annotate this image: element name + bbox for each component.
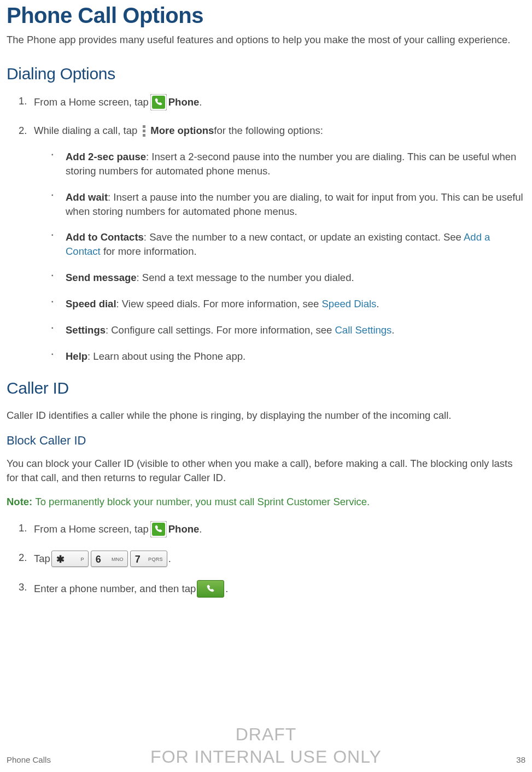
step-text: Tap <box>34 552 50 566</box>
dialing-step-2: While dialing a call, tap More options f… <box>22 124 525 364</box>
watermark: DRAFT FOR INTERNAL USE ONLY <box>150 723 382 769</box>
key-sub: P <box>81 556 84 563</box>
option-name: Speed dial <box>66 298 116 309</box>
call-button-icon <box>197 580 224 598</box>
option-desc: : Learn about using the Phone app. <box>87 350 245 362</box>
block-step-3: Enter a phone number, and then tap . <box>22 580 525 598</box>
caller-id-intro: Caller ID identifies a caller while the … <box>7 408 525 423</box>
watermark-line1: DRAFT <box>150 723 382 746</box>
phone-label: Phone <box>168 522 200 536</box>
key-main: 7 <box>135 553 141 566</box>
keypad-star: ✱P <box>51 551 89 567</box>
dialing-steps: From a Home screen, tap Phone. While dia… <box>7 94 525 364</box>
speed-dials-link[interactable]: Speed Dials <box>322 298 377 309</box>
key-sub: PQRS <box>148 556 163 563</box>
note-row: Note: To permanently block your number, … <box>7 495 525 509</box>
option-desc: : View speed dials. For more information… <box>116 298 322 309</box>
period: . <box>199 522 202 536</box>
list-item: Add wait: Insert a pause into the number… <box>55 190 525 219</box>
phone-label: Phone <box>168 95 200 109</box>
period: . <box>168 552 171 566</box>
more-options-label: More options <box>150 124 214 138</box>
list-item: Help: Learn about using the Phone app. <box>55 349 525 364</box>
svg-rect-3 <box>152 523 165 536</box>
step-text: for the following options: <box>214 124 323 138</box>
option-name: Add wait <box>66 191 108 203</box>
note-body: To permanently block your number, you mu… <box>35 496 370 507</box>
block-caller-id-heading: Block Caller ID <box>7 432 525 449</box>
period: . <box>225 582 228 596</box>
key-sub: MNO <box>112 556 124 563</box>
footer-section-name: Phone Calls <box>7 754 51 765</box>
phone-app-icon <box>150 94 167 110</box>
block-step-2: Tap ✱P 6MNO 7PQRS . <box>22 551 525 567</box>
block-steps: From a Home screen, tap Phone. Tap ✱P 6M… <box>7 521 525 598</box>
svg-rect-1 <box>152 96 165 109</box>
call-settings-link[interactable]: Call Settings <box>335 324 392 336</box>
option-name: Help <box>66 350 87 362</box>
step-text: While dialing a call, tap <box>34 124 137 138</box>
note-label: Note: <box>7 496 35 507</box>
option-name: Send message <box>66 272 137 283</box>
step-text: From a Home screen, tap <box>34 95 149 109</box>
dialing-options-heading: Dialing Options <box>7 62 525 85</box>
list-item: Send message: Send a text message to the… <box>55 271 525 285</box>
step-text: From a Home screen, tap <box>34 522 149 536</box>
list-item: Add to Contacts: Save the number to a ne… <box>55 230 525 259</box>
intro-paragraph: The Phone app provides many useful featu… <box>7 33 525 47</box>
list-item: Speed dial: View speed dials. For more i… <box>55 297 525 311</box>
period: . <box>199 95 202 109</box>
list-item: Settings: Configure call settings. For m… <box>55 323 525 337</box>
option-name: Settings <box>66 324 106 336</box>
key-main: 6 <box>96 553 101 566</box>
page-title: Phone Call Options <box>7 0 525 31</box>
watermark-line2: FOR INTERNAL USE ONLY <box>150 746 382 769</box>
option-desc: : Save the number to a new contact, or u… <box>144 231 464 243</box>
option-desc: for more information. <box>101 245 197 257</box>
option-desc: : Send a text message to the number you … <box>137 272 354 283</box>
key-main: ✱ <box>56 553 65 566</box>
option-desc: . <box>391 324 394 336</box>
option-desc: : Insert a pause into the number you are… <box>66 191 523 217</box>
keypad-7: 7PQRS <box>130 551 167 567</box>
dialing-step-1: From a Home screen, tap Phone. <box>22 94 525 110</box>
keypad-6: 6MNO <box>91 551 128 567</box>
block-step-1: From a Home screen, tap Phone. <box>22 521 525 537</box>
option-name: Add to Contacts <box>66 231 144 243</box>
dialing-options-list: Add 2-sec pause: Insert a 2-second pause… <box>34 150 525 364</box>
more-options-icon <box>139 124 149 138</box>
caller-id-heading: Caller ID <box>7 377 525 400</box>
option-desc: . <box>376 298 379 309</box>
list-item: Add 2-sec pause: Insert a 2-second pause… <box>55 150 525 178</box>
step-text: Enter a phone number, and then tap <box>34 582 196 596</box>
phone-app-icon <box>150 521 167 537</box>
footer-page-number: 38 <box>516 754 525 765</box>
option-desc: : Configure call settings. For more info… <box>106 324 335 336</box>
option-name: Add 2-sec pause <box>66 151 146 162</box>
block-caller-id-para: You can block your Caller ID (visible to… <box>7 457 525 485</box>
